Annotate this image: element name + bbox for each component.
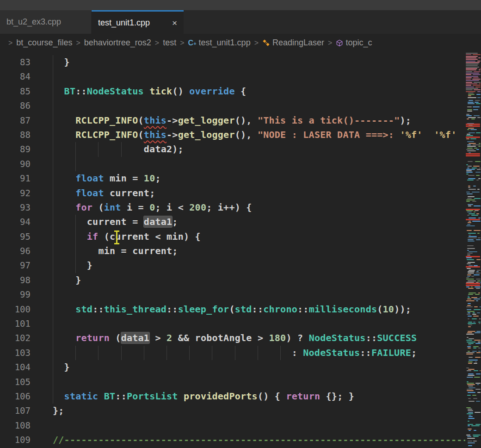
code-line-96[interactable]: 96 min = current; [0, 244, 481, 258]
code-line-84[interactable]: 84 [0, 69, 481, 84]
code-token: 10 [144, 173, 155, 184]
breadcrumb-label: test_unit1.cpp [199, 38, 251, 48]
minimap-line [466, 71, 472, 72]
breadcrumb: >bt_course_files>behaviortree_ros2>test>… [0, 34, 481, 52]
minimap-line [466, 352, 475, 353]
minimap-line [476, 149, 479, 150]
minimap-line [468, 94, 475, 95]
code-token [53, 304, 75, 315]
code-line-content [53, 418, 481, 433]
breadcrumb-item-bt_course_files[interactable]: bt_course_files [16, 38, 72, 48]
minimap-line [477, 392, 481, 393]
code-line-102[interactable]: 102 return (data1 > 2 && robotAngle > 18… [0, 331, 481, 345]
minimap-line [474, 82, 481, 83]
minimap-line [473, 54, 481, 55]
code-token: get_logger [178, 129, 235, 140]
minimap-line [468, 398, 471, 399]
minimap-line [468, 421, 469, 422]
code-token [53, 86, 64, 97]
close-icon[interactable]: × [167, 19, 177, 27]
code-line-content: }; [53, 404, 481, 418]
minimap-line [467, 413, 473, 414]
minimap-error-marker [466, 209, 480, 210]
minimap-line [473, 109, 478, 110]
code-line-105[interactable]: 105 [0, 375, 481, 389]
code-line-92[interactable]: 92 float current; [0, 186, 481, 200]
code-line-content [53, 375, 481, 389]
code-line-97[interactable]: 97 } [0, 258, 481, 273]
code-token [144, 86, 149, 97]
minimap-line [467, 253, 473, 254]
breadcrumb-item-test_unit1-cpp[interactable]: C+test_unit1.cpp [188, 38, 251, 48]
code-line-89[interactable]: 89 data2); [0, 142, 481, 156]
minimap-line [474, 370, 478, 371]
code-line-107[interactable]: 107}; [0, 404, 481, 418]
code-token [53, 391, 64, 402]
code-token: '%f' [434, 129, 456, 140]
minimap-line [478, 351, 481, 352]
minimap-line [466, 88, 478, 89]
minimap-line [474, 89, 481, 90]
code-line-100[interactable]: 100 std::this_thread::sleep_for(std::chr… [0, 302, 481, 317]
minimap-line [467, 215, 469, 216]
breadcrumb-item-ReadingLaser[interactable]: ReadingLaser [262, 38, 324, 48]
code-line-content [53, 69, 481, 84]
code-line-106[interactable]: 106 static BT::PortsList providedPorts()… [0, 389, 481, 404]
minimap-line [478, 57, 481, 58]
code-line-86[interactable]: 86 [0, 99, 481, 113]
tab-test_unit1-cpp[interactable]: test_unit1.cpp× [92, 10, 184, 34]
code-line-95[interactable]: 95 if (current < min) { [0, 230, 481, 244]
minimap-line [477, 91, 481, 92]
minimap-line [467, 134, 470, 135]
code-line-91[interactable]: 91 float min = 10; [0, 171, 481, 186]
code-line-content [53, 287, 481, 302]
minimap-line [468, 205, 471, 206]
code-editor[interactable]: 83 }8485 BT::NodeStatus tick() override … [0, 52, 481, 448]
cpp-file-icon: C+ [188, 39, 197, 47]
breadcrumb-item-topic_c[interactable]: topic_c [336, 38, 372, 48]
minimap-line [466, 91, 475, 92]
code-line-94[interactable]: 94 current = data1; [0, 215, 481, 229]
code-line-99[interactable]: 99 [0, 287, 481, 302]
code-token: ); [400, 115, 411, 126]
tab-bt_u2_ex3-cpp[interactable]: bt_u2_ex3.cpp [0, 10, 92, 34]
code-line-83[interactable]: 83 } [0, 55, 481, 69]
code-token: { [235, 86, 247, 97]
minimap-line [466, 73, 479, 74]
line-number: 98 [0, 273, 31, 287]
breadcrumb-item-behaviortree_ros2[interactable]: behaviortree_ros2 [84, 38, 151, 48]
minimap-line [466, 164, 468, 165]
minimap-line [468, 237, 477, 238]
code-token: > [149, 332, 166, 343]
tab-label: test_unit1.cpp [98, 18, 150, 28]
breadcrumb-item-test[interactable]: test [163, 38, 176, 48]
minimap-line [467, 332, 472, 333]
code-line-88[interactable]: 88 RCLCPP_INFO(this->get_logger(), "NODE… [0, 128, 481, 142]
code-token: providedPorts [184, 391, 258, 402]
code-line-90[interactable]: 90 [0, 157, 481, 171]
minimap[interactable] [465, 52, 481, 448]
code-line-104[interactable]: 104 } [0, 360, 481, 374]
code-line-content: } [53, 55, 481, 69]
code-line-87[interactable]: 87 RCLCPP_INFO(this->get_logger(), "This… [0, 113, 481, 128]
code-token: PortsList [127, 391, 178, 402]
minimap-line [476, 279, 481, 280]
code-line-93[interactable]: 93 for (int i = 0; i < 200; i++) { [0, 200, 481, 215]
code-line-103[interactable]: 103 : NodeStatus::FAILURE; [0, 346, 481, 360]
minimap-line [466, 65, 478, 66]
code-line-109[interactable]: 109//-----------------------------------… [0, 433, 481, 447]
minimap-line [468, 323, 476, 324]
code-line-98[interactable]: 98 } [0, 273, 481, 287]
code-line-101[interactable]: 101 [0, 317, 481, 331]
line-number: 102 [0, 331, 31, 345]
line-number: 107 [0, 404, 31, 418]
minimap-error-marker [466, 256, 480, 257]
code-token: NodeStatus [303, 347, 360, 358]
code-token [178, 391, 184, 402]
code-token [53, 332, 75, 343]
minimap-line [477, 384, 479, 385]
code-token: } [53, 260, 92, 271]
code-line-85[interactable]: 85 BT::NodeStatus tick() override { [0, 84, 481, 99]
code-line-108[interactable]: 108 [0, 418, 481, 433]
minimap-line [467, 118, 469, 119]
